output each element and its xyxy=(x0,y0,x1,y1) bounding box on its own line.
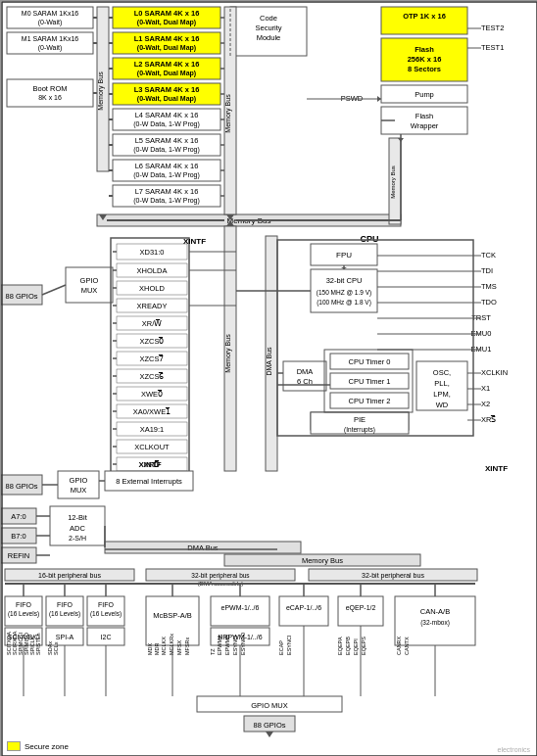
svg-text:(0-Wait, Dual Map): (0-Wait, Dual Map) xyxy=(137,95,196,103)
svg-text:CPU Timer 2: CPU Timer 2 xyxy=(349,397,391,405)
legend-label: Secure zone xyxy=(24,742,69,751)
svg-text:MDX: MDX xyxy=(147,642,153,655)
svg-text:Security: Security xyxy=(255,24,281,32)
svg-text:I2C: I2C xyxy=(101,634,112,640)
svg-text:XREADY: XREADY xyxy=(137,302,168,310)
svg-text:OTP 1K x 16: OTP 1K x 16 xyxy=(403,12,446,21)
svg-text:ESYNCO: ESYNCO xyxy=(240,632,246,655)
svg-text:Memory Bus: Memory Bus xyxy=(224,334,232,373)
svg-text:(0-W Data, 1-W Prog): (0-W Data, 1-W Prog) xyxy=(133,146,200,154)
svg-text:256K x 16: 256K x 16 xyxy=(408,55,442,64)
svg-text:LPM,: LPM, xyxy=(433,390,451,399)
svg-rect-237 xyxy=(338,596,383,626)
svg-text:Boot ROM: Boot ROM xyxy=(32,84,67,93)
svg-text:XINTF: XINTF xyxy=(183,237,206,246)
svg-text:(100 MHz @ 1.8 V): (100 MHz @ 1.8 V) xyxy=(317,299,371,307)
svg-text:OSC,: OSC, xyxy=(433,368,451,377)
svg-text:REFIN: REFIN xyxy=(8,551,30,560)
diagram-container: M0 SARAM 1Kx16 (0-Wait) M1 SARAM 1Kx16 (… xyxy=(0,0,537,756)
svg-text:X2: X2 xyxy=(481,400,490,408)
svg-text:ePWM-1/../6: ePWM-1/../6 xyxy=(221,604,260,611)
svg-text:CPU Timer 1: CPU Timer 1 xyxy=(349,377,391,386)
svg-text:XHOLDA: XHOLDA xyxy=(137,266,168,275)
svg-text:FIFO: FIFO xyxy=(16,601,31,608)
svg-text:L3 SARAM 4K x 16: L3 SARAM 4K x 16 xyxy=(134,85,200,94)
svg-text:XINTF: XINTF xyxy=(485,464,508,473)
svg-text:CANTX: CANTX xyxy=(404,637,410,655)
svg-text:MFSX: MFSX xyxy=(176,639,182,655)
svg-text:WD: WD xyxy=(436,401,449,409)
block-diagram-svg: M0 SARAM 1Kx16 (0-Wait) M1 SARAM 1Kx16 (… xyxy=(1,1,537,756)
svg-text:(16 Levels): (16 Levels) xyxy=(90,610,122,618)
svg-text:ESYNCI: ESYNCI xyxy=(232,635,238,655)
svg-text:PIE: PIE xyxy=(354,415,366,424)
svg-text:TDI: TDI xyxy=(481,266,493,275)
svg-text:(16 Levels): (16 Levels) xyxy=(49,610,80,618)
svg-text:TCK: TCK xyxy=(481,251,496,260)
svg-text:TEST2: TEST2 xyxy=(481,24,504,32)
svg-text:(0-Wait): (0-Wait) xyxy=(38,19,63,26)
svg-text:XZCS0̅: XZCS0̅ xyxy=(139,337,164,346)
svg-text:TMS: TMS xyxy=(481,282,497,291)
svg-text:Memory Bus: Memory Bus xyxy=(224,94,232,133)
svg-text:FIFO: FIFO xyxy=(57,601,73,608)
svg-text:Code: Code xyxy=(260,14,277,23)
svg-text:(0-W Data, 1-W Prog): (0-W Data, 1-W Prog) xyxy=(133,171,200,179)
svg-text:CPU Timer 0: CPU Timer 0 xyxy=(349,357,391,366)
svg-text:GPIO: GPIO xyxy=(70,476,88,485)
svg-text:A7:0: A7:0 xyxy=(11,512,25,521)
svg-text:8 Sectors: 8 Sectors xyxy=(408,65,441,73)
svg-text:MFSRx: MFSRx xyxy=(184,637,190,655)
svg-text:MUX: MUX xyxy=(71,486,87,495)
svg-text:32-bit peripheral bus: 32-bit peripheral bus xyxy=(191,572,250,580)
svg-text:McBSP-A/B: McBSP-A/B xyxy=(153,611,192,620)
svg-text:TDO: TDO xyxy=(481,298,497,307)
svg-text:XHOLD: XHOLD xyxy=(139,284,165,293)
watermark: electronics xyxy=(498,746,530,753)
svg-text:(Interrupts): (Interrupts) xyxy=(344,426,375,434)
svg-text:M0 SARAM 1Kx16: M0 SARAM 1Kx16 xyxy=(22,10,78,17)
legend-color-box xyxy=(7,741,21,751)
svg-text:(150 MHZ @ 1.9 V): (150 MHZ @ 1.9 V) xyxy=(317,289,371,297)
svg-text:32-bit CPU: 32-bit CPU xyxy=(326,276,363,285)
svg-text:(0-Wait, Dual Map): (0-Wait, Dual Map) xyxy=(137,19,196,26)
svg-text:MDR: MDR xyxy=(154,642,160,655)
svg-text:EQEPI: EQEPI xyxy=(353,638,359,655)
svg-text:(32-mbox): (32-mbox) xyxy=(420,619,450,627)
svg-text:TZ: TZ xyxy=(210,648,216,655)
svg-text:SPISTEn: SPISTEn xyxy=(35,633,41,655)
svg-text:SPI-A: SPI-A xyxy=(56,634,74,640)
svg-text:X1: X1 xyxy=(481,384,490,393)
svg-text:DMA Bus: DMA Bus xyxy=(266,347,272,376)
svg-text:Memory Bus: Memory Bus xyxy=(302,556,343,565)
svg-rect-235 xyxy=(279,596,328,626)
svg-text:Wrapper: Wrapper xyxy=(411,121,439,130)
svg-text:8 External Interrupts: 8 External Interrupts xyxy=(116,477,182,486)
svg-text:SCLx: SCLx xyxy=(53,641,59,655)
svg-text:(0-Wait, Dual Map): (0-Wait, Dual Map) xyxy=(137,44,196,52)
svg-text:ESYNCI: ESYNCI xyxy=(286,635,292,655)
svg-text:16-bit peripheral bus: 16-bit peripheral bus xyxy=(38,572,101,580)
svg-text:TEST1: TEST1 xyxy=(481,43,504,52)
svg-text:MCLKX: MCLKX xyxy=(161,637,167,655)
svg-text:(0-W Data, 1-W Prog): (0-W Data, 1-W Prog) xyxy=(133,120,200,128)
svg-text:EQEPA: EQEPA xyxy=(337,637,343,655)
svg-text:XA0/XWE1̅: XA0/XWE1̅ xyxy=(133,407,171,416)
svg-text:(0-W Data, 1-W Prog): (0-W Data, 1-W Prog) xyxy=(133,197,200,205)
svg-text:(0-Wait, Dual Map): (0-Wait, Dual Map) xyxy=(137,70,196,77)
svg-text:32-bit peripheral bus: 32-bit peripheral bus xyxy=(362,572,424,580)
svg-text:MCLKRx: MCLKRx xyxy=(169,634,174,655)
svg-text:88 GPIOs: 88 GPIOs xyxy=(254,721,286,730)
svg-text:EQEPB: EQEPB xyxy=(345,637,351,655)
svg-text:Flash: Flash xyxy=(415,45,434,54)
svg-text:(16 Levels): (16 Levels) xyxy=(8,610,39,618)
svg-text:CAN-A/B: CAN-A/B xyxy=(420,607,450,616)
svg-text:L1 SARAM 4K x 16: L1 SARAM 4K x 16 xyxy=(134,34,200,43)
svg-text:Pump: Pump xyxy=(415,90,434,99)
svg-text:Flash: Flash xyxy=(415,112,433,120)
svg-text:CPU: CPU xyxy=(360,234,378,244)
svg-text:GPIO: GPIO xyxy=(80,276,99,285)
svg-text:L6 SARAM 4K x 16: L6 SARAM 4K x 16 xyxy=(135,162,199,170)
svg-text:L4 SARAM 4K x 16: L4 SARAM 4K x 16 xyxy=(135,111,199,119)
svg-text:eQEP-1/2: eQEP-1/2 xyxy=(346,604,376,612)
